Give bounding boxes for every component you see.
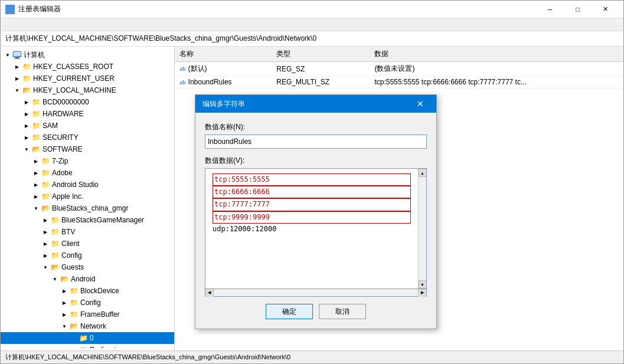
svg-rect-5 xyxy=(15,57,19,58)
value-line-3: tcp:7777:7777 xyxy=(213,198,411,211)
tree-item-7zip[interactable]: ▶ 📁 7-Zip xyxy=(1,155,174,167)
value-lines: tcp:5555:5555 tcp:6666:6666 tcp:7777:777… xyxy=(209,171,414,237)
folder-open-icon: 📂 xyxy=(60,274,69,284)
tree-item-config[interactable]: ▶ 📁 Config xyxy=(1,250,174,261)
maximize-button[interactable]: □ xyxy=(564,1,591,18)
expand-icon: ▶ xyxy=(31,192,41,201)
scroll-right-button[interactable]: ▶ xyxy=(418,288,426,297)
expand-icon: ▶ xyxy=(22,133,31,142)
col-data: 数据 xyxy=(370,47,623,62)
tree-label: BTV xyxy=(61,228,75,236)
tree-item-android[interactable]: ▼ 📂 Android xyxy=(1,273,174,285)
tree-panel: ▼ 计算机 ▶ 📁 HKEY_CLASSES_ xyxy=(1,47,175,350)
expand-icon: ▼ xyxy=(3,50,12,60)
tree-item-redirect[interactable]: ▶ 📁 Redirect xyxy=(1,344,174,348)
expand-icon: ▶ xyxy=(60,310,69,319)
expand-icon: ▼ xyxy=(50,274,60,284)
dialog-data-textarea-container: tcp:5555:5555 tcp:6666:6666 tcp:7777:777… xyxy=(205,168,427,289)
tree-item-btv[interactable]: ▶ 📁 BTV xyxy=(1,226,174,238)
svg-rect-2 xyxy=(6,10,9,13)
tree-item-bsgm[interactable]: ▶ 📁 BlueStacksGameManager xyxy=(1,214,174,226)
tree-item-hardware[interactable]: ▶ 📁 HARDWARE xyxy=(1,108,174,120)
table-row[interactable]: ab(默认) REG_SZ (数值未设置) xyxy=(175,62,623,76)
table-row[interactable]: abInboundRules REG_MULTI_SZ tcp:5555:555… xyxy=(175,76,623,88)
tree-item-client[interactable]: ▶ 📁 Client xyxy=(1,238,174,250)
tree-label: BlockDevice xyxy=(80,287,119,295)
tree-item-sam[interactable]: ▶ 📁 SAM xyxy=(1,120,174,132)
status-bar: 计算机\HKEY_LOCAL_MACHINE\SOFTWARE\BlueStac… xyxy=(1,350,623,363)
tree-item-computer[interactable]: ▼ 计算机 xyxy=(1,49,174,61)
tree-label: HKEY_CURRENT_USER xyxy=(33,74,115,83)
tree-item-apple[interactable]: ▶ 📁 Apple Inc. xyxy=(1,191,174,202)
folder-icon: 📁 xyxy=(41,180,50,189)
expand-icon: ▶ xyxy=(60,298,69,307)
breadcrumb-bar: 计算机\HKEY_LOCAL_MACHINE\SOFTWARE\BlueStac… xyxy=(1,31,623,47)
folder-open-icon: 📂 xyxy=(31,145,41,154)
folder-icon: 📁 xyxy=(31,97,41,107)
tree-item-bcd[interactable]: ▶ 📁 BCD00000000 xyxy=(1,96,174,108)
edit-string-dialog: 编辑多字符串 ✕ 数值名称(N): 数值数据(V): tcp:5555:5555… xyxy=(195,94,437,329)
expand-icon: ▶ xyxy=(22,109,31,119)
folder-open-icon: 📂 xyxy=(22,86,31,95)
tree-item-network[interactable]: ▼ 📂 Network xyxy=(1,320,174,332)
tree-item-adobe[interactable]: ▶ 📁 Adobe xyxy=(1,167,174,179)
minimize-button[interactable]: ─ xyxy=(537,1,563,18)
registry-data: tcp:5555:5555 tcp:6666:6666 tcp:7777:777… xyxy=(370,76,623,88)
expand-icon: ▼ xyxy=(31,204,41,213)
tree-label: Redirect xyxy=(90,346,116,348)
scroll-left-button[interactable]: ◀ xyxy=(205,288,214,297)
ab-icon: ab xyxy=(179,79,186,86)
folder-icon: 📁 xyxy=(50,239,60,248)
registry-name: abInboundRules xyxy=(175,76,272,88)
folder-icon: 📁 xyxy=(31,133,41,142)
tree-item-security[interactable]: ▶ 📁 SECURITY xyxy=(1,132,174,143)
expand-icon: ▶ xyxy=(41,251,50,260)
folder-icon: 📁 xyxy=(41,192,50,201)
scroll-down-button[interactable]: ▼ xyxy=(419,280,427,288)
dialog-name-input[interactable] xyxy=(205,135,427,149)
expand-icon: ▶ xyxy=(31,168,41,178)
tree-item-local-machine[interactable]: ▼ 📂 HKEY_LOCAL_MACHINE xyxy=(1,84,174,96)
expand-icon: ▶ xyxy=(12,62,22,71)
status-text: 计算机\HKEY_LOCAL_MACHINE\SOFTWARE\BlueStac… xyxy=(5,353,290,362)
folder-icon: 📁 xyxy=(31,121,41,130)
scroll-up-button[interactable]: ▲ xyxy=(419,169,427,177)
dialog-buttons: 确定 取消 xyxy=(205,304,427,319)
svg-rect-7 xyxy=(14,52,21,56)
value-line-1: tcp:5555:5555 xyxy=(213,173,411,186)
tree-label: Android xyxy=(71,275,95,283)
tree-item-android-studio[interactable]: ▶ 📁 Android Studio xyxy=(1,179,174,191)
tree-label: HARDWARE xyxy=(43,110,84,118)
dialog-ok-button[interactable]: 确定 xyxy=(266,304,313,319)
tree-item-android-config[interactable]: ▶ 📁 Config xyxy=(1,297,174,309)
tree-item-software[interactable]: ▼ 📂 SOFTWARE xyxy=(1,143,174,155)
folder-icon: 📁 xyxy=(69,286,79,296)
expand-icon: ▶ xyxy=(22,97,31,107)
vertical-scrollbar[interactable]: ▲ ▼ xyxy=(418,169,426,288)
close-button[interactable]: ✕ xyxy=(592,1,619,18)
breadcrumb: 计算机\HKEY_LOCAL_MACHINE\SOFTWARE\BlueStac… xyxy=(5,34,316,44)
expand-icon: ▶ xyxy=(41,239,50,248)
tree-label: HKEY_LOCAL_MACHINE xyxy=(33,86,116,94)
expand-icon: ▶ xyxy=(41,227,50,237)
tree-item-current-user[interactable]: ▶ 📁 HKEY_CURRENT_USER xyxy=(1,73,174,84)
tree-item-guests[interactable]: ▼ 📂 Guests xyxy=(1,261,174,273)
tree-label: 计算机 xyxy=(24,50,45,60)
tree-item-0[interactable]: 📁 0 xyxy=(1,332,174,344)
tree-label: 7-Zip xyxy=(52,157,68,165)
dialog-data-label: 数值数据(V): xyxy=(205,156,427,166)
tree-item-blockdevice[interactable]: ▶ 📁 BlockDevice xyxy=(1,285,174,297)
dialog-close-button[interactable]: ✕ xyxy=(411,95,429,113)
tree-item-classes-root[interactable]: ▶ 📁 HKEY_CLASSES_ROOT xyxy=(1,61,174,73)
svg-rect-1 xyxy=(11,6,14,9)
scroll-track xyxy=(419,177,426,280)
tree-item-bluestacks[interactable]: ▼ 📂 BlueStacks_china_gmgr xyxy=(1,202,174,214)
registry-type: REG_SZ xyxy=(272,62,370,76)
tree-item-framebuffer[interactable]: ▶ 📁 FrameBuffer xyxy=(1,309,174,320)
dialog-cancel-button[interactable]: 取消 xyxy=(319,304,366,319)
registry-data: (数值未设置) xyxy=(370,62,623,76)
tree-label: SOFTWARE xyxy=(43,145,83,153)
expand-icon: ▶ xyxy=(69,345,79,348)
tree-scroll-area[interactable]: ▼ 计算机 ▶ 📁 HKEY_CLASSES_ xyxy=(1,49,174,348)
expand-icon xyxy=(69,333,79,343)
